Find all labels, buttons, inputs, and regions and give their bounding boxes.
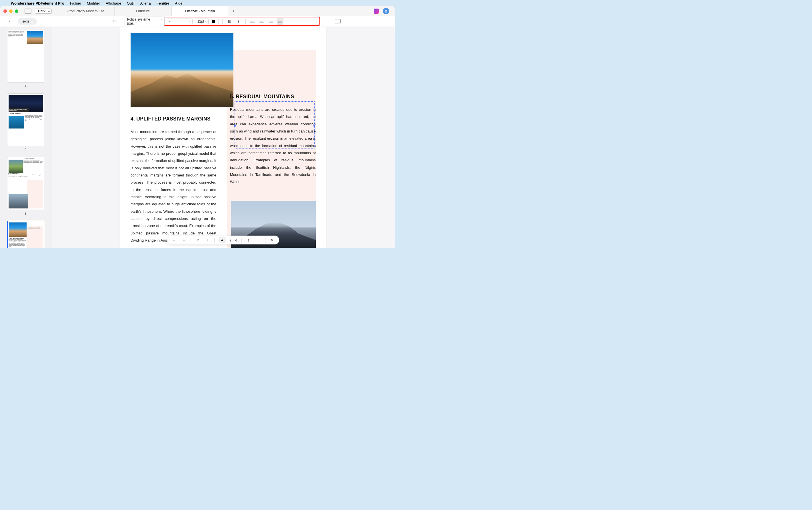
font-color-picker[interactable]: ⌄ (211, 19, 219, 24)
thumb-number: 2 (25, 148, 27, 152)
page-thumbnail-1[interactable]: Lorem ipsum dolor sit amet consectetur a… (7, 30, 44, 83)
prev-page-button[interactable]: ↑ (246, 238, 252, 242)
thumb-image (8, 160, 23, 173)
add-tab-button[interactable]: + (229, 6, 238, 16)
svg-point-0 (385, 10, 386, 11)
chevron-down-icon: ⌄ (216, 20, 218, 23)
italic-button[interactable]: I (235, 18, 242, 25)
sidebar-toggle-icon[interactable] (25, 8, 31, 14)
page-separator: / (230, 238, 231, 242)
menu-fichier[interactable]: Fichier (70, 1, 81, 5)
section-heading-4[interactable]: 4. UPLIFTED PASSIVE MARGINS (130, 116, 216, 122)
document-tabs: Productivity Modern Life Furniture Lifes… (57, 6, 374, 16)
section-body-4[interactable]: Most mountains are formed through a sequ… (130, 128, 216, 244)
menu-aller-a[interactable]: Aller à (140, 1, 151, 5)
menu-fenetre[interactable]: Fenêtre (156, 1, 169, 5)
zoom-out-button[interactable]: − (181, 238, 186, 242)
tab-lifestyle-mountain[interactable]: Lifestyle - Mountain (172, 6, 229, 16)
align-center-button[interactable] (258, 18, 265, 25)
traffic-lights (3, 9, 18, 13)
align-justify-button[interactable] (277, 18, 284, 25)
app-name[interactable]: Wondershare PDFelement Pro (11, 1, 64, 5)
text-edit-toolbar: 〈 Texte ⌄ Police système (par… - 12pt ⌄ … (0, 16, 395, 27)
user-account-icon[interactable] (383, 8, 389, 14)
macos-menubar: Wondershare PDFelement Pro Fichier Modif… (0, 0, 395, 6)
zoom-in-button[interactable]: + (171, 238, 177, 242)
thumb-number: 3 (25, 212, 27, 216)
thumb-image (27, 31, 43, 44)
font-family-select[interactable]: Police système (par… (124, 17, 165, 26)
titlebar: 125% ⌄ Productivity Modern Life Furnitur… (0, 6, 395, 16)
toolbar-font-group: Police système (par… - 12pt ⌄ B I (111, 17, 284, 26)
edit-mode-pill[interactable]: Texte ⌄ (18, 18, 37, 25)
page-navigator: + − / 4 ↑ ↓ ✕ (167, 236, 279, 244)
thumb-image (9, 222, 27, 237)
page-thumbnail-2[interactable]: TYPE OF MOUNTAINS AND HOW ARE THEY FORME… (7, 93, 44, 146)
page-total: 4 (235, 238, 237, 242)
page-number-input[interactable] (219, 237, 226, 243)
page-image-mountain (130, 33, 233, 108)
reading-view-icon[interactable] (335, 19, 341, 23)
chevron-down-icon: ⌄ (48, 9, 50, 13)
app-window: 125% ⌄ Productivity Modern Life Furnitur… (0, 6, 395, 248)
first-page-button[interactable] (195, 238, 201, 242)
menu-affichage[interactable]: Affichage (106, 1, 121, 5)
font-style-select[interactable]: - (167, 19, 193, 24)
menu-outil[interactable]: Outil (127, 1, 135, 5)
font-size-select[interactable]: 12pt (195, 19, 209, 24)
thumbnail-panel[interactable]: Lorem ipsum dolor sit amet consectetur a… (0, 27, 52, 248)
document-page: 4. UPLIFTED PASSIVE MARGINS Most mountai… (120, 27, 326, 248)
tab-furniture[interactable]: Furniture (115, 6, 172, 16)
back-button[interactable]: 〈 (5, 18, 13, 25)
chevron-down-icon: ⌄ (31, 20, 33, 23)
ai-assistant-icon[interactable] (374, 8, 379, 14)
thumb-image (8, 116, 24, 128)
titlebar-right (374, 8, 392, 14)
tab-productivity[interactable]: Productivity Modern Life (57, 6, 115, 16)
add-text-icon[interactable] (111, 18, 117, 25)
column-left: 4. UPLIFTED PASSIVE MARGINS Most mountai… (130, 116, 216, 244)
window-close-button[interactable] (3, 9, 7, 13)
main-area: Lorem ipsum dolor sit amet consectetur a… (0, 27, 395, 248)
zoom-level-select[interactable]: 125% ⌄ (35, 8, 52, 14)
window-maximize-button[interactable] (15, 9, 18, 13)
bold-button[interactable]: B (226, 18, 233, 25)
page-thumbnail-3[interactable]: 3. FOLD MOUNTAINS Fold mountains are for… (7, 157, 44, 210)
document-viewer[interactable]: 4. UPLIFTED PASSIVE MARGINS Most mountai… (52, 27, 395, 248)
next-page-button[interactable]: ↓ (255, 238, 261, 242)
menu-modifier[interactable]: Modifier (87, 1, 100, 5)
text-selection-box[interactable] (235, 101, 315, 149)
page-thumbnail-4[interactable]: 5. RESIDUAL MOUNTAINS 4. UPLIFTED PASSIV… (7, 221, 44, 248)
align-right-button[interactable] (267, 18, 274, 25)
last-page-button[interactable] (205, 238, 210, 242)
window-minimize-button[interactable] (9, 9, 12, 13)
zoom-value: 125% (37, 9, 46, 13)
thumb-number: 1 (25, 84, 27, 88)
menu-aide[interactable]: Aide (175, 1, 182, 5)
thumb-image (8, 194, 28, 208)
align-left-button[interactable] (249, 18, 256, 25)
section-heading-5[interactable]: 5. RESIDUAL MOUNTAINS (230, 94, 316, 100)
close-navigator-button[interactable]: ✕ (269, 238, 275, 242)
